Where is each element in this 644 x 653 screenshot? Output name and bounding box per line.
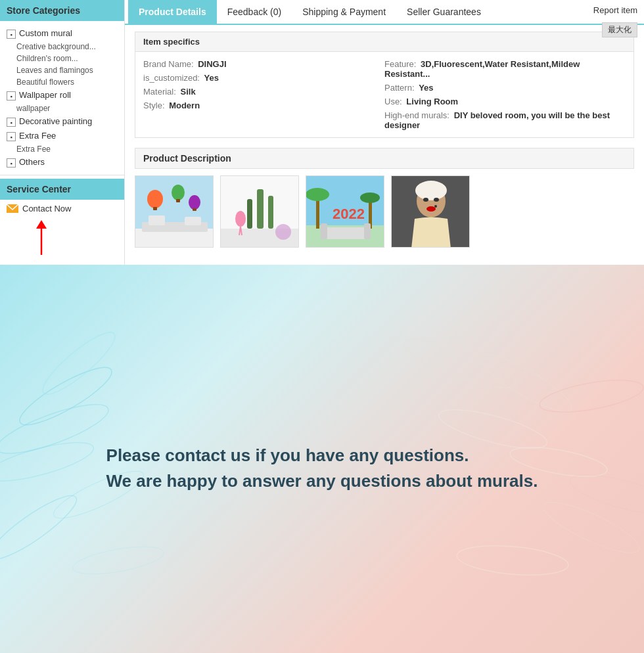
spec-higend: High-end murals: DIY beloved room, you w…	[384, 108, 626, 132]
report-item-button[interactable]: Report item	[593, 5, 637, 15]
spec-feature: Feature: 3D,Fluorescent,Water Resistant,…	[384, 57, 626, 81]
spec-material: Material: Silk	[143, 85, 384, 99]
banner-text: Please contact us if you have any questi…	[67, 443, 578, 494]
sidebar-item-wallpaper-roll[interactable]: ▪ Wallpaper roll	[0, 88, 124, 102]
product-image-4-svg	[392, 176, 470, 248]
item-specifics-grid: Brand Name: DINGJI is_customized: Yes Ma…	[135, 52, 633, 137]
spec-highend-label: High-end murals:	[384, 110, 449, 120]
product-image-3: 2022	[306, 175, 384, 248]
store-categories-header: Store Categories	[0, 0, 124, 21]
svg-point-26	[306, 188, 329, 201]
sidebar-sub-childrens[interactable]: Children's room...	[0, 53, 124, 64]
item-specifics-box: Item specifics Brand Name: DINGJI is_cus…	[135, 32, 634, 138]
spec-style: Style: Modern	[143, 99, 384, 112]
product-image-2	[220, 175, 299, 248]
spec-pattern: Pattern: Yes	[384, 81, 626, 95]
checkbox-icon-3: ▪	[7, 118, 16, 127]
sidebar-item-others[interactable]: ▪ Others	[0, 155, 124, 169]
contact-now-button[interactable]: Contact Now	[0, 200, 124, 217]
sidebar-sub-flowers[interactable]: Beautiful flowers	[0, 76, 124, 88]
svg-text:2022: 2022	[333, 206, 365, 222]
tab-shipping-payment[interactable]: Shipping & Payment	[292, 0, 396, 24]
tabs-row: Product Details Feedback (0) Shipping & …	[125, 0, 644, 25]
spec-style-label: Style:	[143, 101, 165, 110]
spec-customized-label: is_customized:	[143, 73, 200, 83]
spec-feature-label: Feature:	[384, 59, 416, 69]
sidebar-sub-creative[interactable]: Creative background...	[0, 41, 124, 53]
category-list: ▪ Custom mural Creative background... Ch…	[0, 21, 124, 175]
svg-point-19	[235, 211, 246, 227]
svg-point-45	[0, 487, 83, 568]
svg-rect-12	[149, 215, 165, 225]
svg-point-7	[172, 185, 185, 200]
product-image-4	[391, 175, 470, 248]
spec-customized: is_customized: Yes	[143, 71, 384, 85]
spec-material-value: Silk	[180, 87, 195, 97]
svg-rect-16	[257, 189, 264, 229]
svg-point-5	[147, 190, 163, 208]
specs-left-col: Brand Name: DINGJI is_customized: Yes Ma…	[143, 57, 384, 132]
svg-point-46	[71, 541, 166, 579]
banner-line1: Please contact us if you have any questi…	[106, 443, 538, 468]
sidebar-item-extra-fee[interactable]: ▪ Extra Fee	[0, 129, 124, 143]
svg-point-22	[275, 224, 291, 240]
svg-point-36	[423, 198, 428, 202]
sidebar-item-custom-mural[interactable]: ▪ Custom mural	[0, 26, 124, 41]
svg-point-52	[455, 542, 569, 579]
spec-brand-label: Brand Name:	[143, 59, 194, 69]
product-images-row: 2022	[135, 175, 634, 248]
spec-material-label: Material:	[143, 87, 176, 97]
spec-use-label: Use:	[384, 97, 402, 106]
svg-rect-18	[268, 196, 273, 229]
main-content: Product Details Feedback (0) Shipping & …	[125, 0, 644, 265]
svg-marker-2	[36, 220, 47, 229]
sidebar-sub-leaves[interactable]: Leaves and flamingos	[0, 64, 124, 76]
svg-point-42	[36, 325, 122, 402]
sidebar-sub-wallpaper[interactable]: wallpaper	[0, 102, 124, 114]
svg-point-51	[538, 493, 644, 562]
spec-use: Use: Living Room	[384, 95, 626, 108]
specs-right-col: Feature: 3D,Fluorescent,Water Resistant,…	[384, 57, 626, 132]
svg-point-35	[415, 181, 447, 200]
product-image-1	[135, 175, 214, 248]
svg-point-47	[400, 330, 520, 397]
sidebar-item-decorative[interactable]: ▪ Decorative painting	[0, 114, 124, 129]
svg-rect-6	[153, 207, 157, 210]
spec-brand: Brand Name: DINGJI	[143, 57, 384, 71]
bottom-banner: Please contact us if you have any questi…	[0, 265, 644, 653]
svg-rect-8	[176, 199, 180, 202]
tab-product-details[interactable]: Product Details	[128, 0, 217, 24]
checkbox-icon: ▪	[7, 30, 16, 39]
svg-rect-31	[321, 223, 327, 239]
checkbox-icon-2: ▪	[7, 91, 16, 101]
contact-now-label: Contact Now	[22, 204, 71, 214]
content-area: Item specifics Brand Name: DINGJI is_cus…	[125, 25, 644, 254]
banner-line2: We are happy to answer any questions abo…	[106, 468, 538, 494]
svg-point-38	[426, 206, 436, 212]
product-image-3-svg: 2022	[306, 176, 384, 248]
tab-seller-guarantees[interactable]: Seller Guarantees	[396, 0, 492, 24]
sidebar-sub-extra-fee[interactable]: Extra Fee	[0, 143, 124, 155]
svg-rect-13	[185, 217, 201, 225]
service-center-header: Service Center	[0, 179, 124, 200]
spec-customized-value: Yes	[204, 73, 219, 83]
checkbox-icon-5: ▪	[7, 158, 16, 168]
svg-rect-10	[193, 208, 196, 211]
product-image-1-svg	[135, 176, 214, 248]
svg-point-54	[566, 467, 644, 523]
product-description-header: Product Description	[135, 148, 634, 169]
red-arrow-icon	[32, 219, 51, 258]
svg-point-9	[189, 195, 200, 210]
maximize-button[interactable]: 最大化	[602, 22, 637, 37]
spec-use-value: Living Room	[406, 97, 458, 106]
tab-feedback[interactable]: Feedback (0)	[217, 0, 292, 24]
svg-point-28	[360, 192, 380, 203]
svg-rect-32	[364, 223, 371, 239]
sidebar: Store Categories ▪ Custom mural Creative…	[0, 0, 125, 265]
item-specifics-header: Item specifics	[135, 32, 633, 52]
svg-point-49	[474, 346, 578, 420]
checkbox-icon-4: ▪	[7, 132, 16, 141]
svg-point-39	[434, 205, 437, 208]
spec-style-value: Modern	[169, 101, 200, 110]
svg-point-37	[434, 198, 439, 202]
